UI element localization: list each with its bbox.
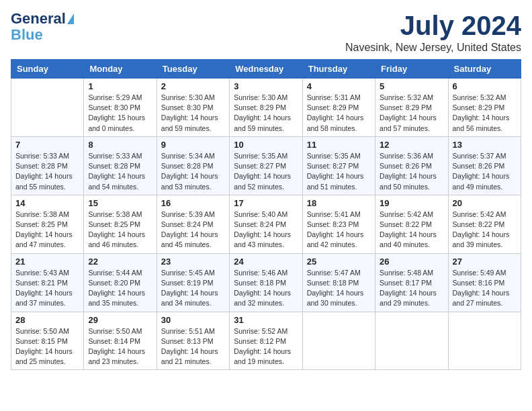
calendar-cell: 30Sunrise: 5:51 AM Sunset: 8:13 PM Dayli…	[157, 312, 229, 370]
calendar-cell: 24Sunrise: 5:46 AM Sunset: 8:18 PM Dayli…	[230, 253, 302, 312]
calendar-cell: 18Sunrise: 5:41 AM Sunset: 8:23 PM Dayli…	[302, 195, 375, 253]
day-info: Sunrise: 5:31 AM Sunset: 8:29 PM Dayligh…	[307, 93, 371, 134]
day-number: 26	[380, 257, 443, 267]
calendar-cell: 20Sunrise: 5:42 AM Sunset: 8:22 PM Dayli…	[448, 195, 521, 253]
day-number: 25	[307, 257, 371, 267]
calendar-week-row: 7Sunrise: 5:33 AM Sunset: 8:28 PM Daylig…	[11, 136, 521, 195]
day-number: 4	[307, 81, 371, 91]
day-info: Sunrise: 5:44 AM Sunset: 8:20 PM Dayligh…	[88, 268, 152, 309]
day-number: 22	[88, 257, 152, 267]
calendar-header-row: SundayMondayTuesdayWednesdayThursdayFrid…	[11, 60, 521, 79]
day-info: Sunrise: 5:38 AM Sunset: 8:25 PM Dayligh…	[88, 210, 152, 250]
calendar-cell: 15Sunrise: 5:38 AM Sunset: 8:25 PM Dayli…	[84, 195, 157, 253]
logo: General Blue	[11, 11, 74, 43]
day-info: Sunrise: 5:37 AM Sunset: 8:26 PM Dayligh…	[453, 151, 517, 192]
calendar-cell: 14Sunrise: 5:38 AM Sunset: 8:25 PM Dayli…	[11, 195, 84, 253]
day-info: Sunrise: 5:47 AM Sunset: 8:18 PM Dayligh…	[307, 268, 371, 309]
calendar-cell: 3Sunrise: 5:30 AM Sunset: 8:29 PM Daylig…	[230, 79, 302, 137]
calendar-cell: 29Sunrise: 5:50 AM Sunset: 8:14 PM Dayli…	[84, 312, 157, 370]
day-number: 9	[161, 140, 225, 150]
calendar-header-cell: Saturday	[448, 60, 521, 79]
calendar-cell: 22Sunrise: 5:44 AM Sunset: 8:20 PM Dayli…	[84, 253, 157, 312]
day-number: 20	[453, 198, 517, 208]
day-info: Sunrise: 5:49 AM Sunset: 8:16 PM Dayligh…	[453, 268, 517, 309]
day-info: Sunrise: 5:33 AM Sunset: 8:28 PM Dayligh…	[15, 151, 79, 192]
day-info: Sunrise: 5:41 AM Sunset: 8:23 PM Dayligh…	[307, 210, 371, 250]
calendar-header-cell: Tuesday	[157, 60, 229, 79]
day-number: 8	[88, 140, 152, 150]
logo-triangle-icon	[67, 13, 74, 24]
calendar-cell: 16Sunrise: 5:39 AM Sunset: 8:24 PM Dayli…	[157, 195, 229, 253]
calendar-table: SundayMondayTuesdayWednesdayThursdayFrid…	[11, 59, 521, 370]
calendar-cell: 7Sunrise: 5:33 AM Sunset: 8:28 PM Daylig…	[11, 136, 84, 195]
day-number: 23	[161, 257, 225, 267]
day-number: 2	[161, 81, 225, 91]
day-number: 29	[88, 315, 152, 325]
day-info: Sunrise: 5:42 AM Sunset: 8:22 PM Dayligh…	[453, 210, 517, 250]
page-header: General Blue July 2024 Navesink, New Jer…	[11, 11, 521, 54]
calendar-cell	[302, 312, 375, 370]
calendar-header-cell: Thursday	[302, 60, 375, 79]
calendar-cell: 12Sunrise: 5:36 AM Sunset: 8:26 PM Dayli…	[375, 136, 448, 195]
day-number: 7	[15, 140, 79, 150]
day-info: Sunrise: 5:30 AM Sunset: 8:30 PM Dayligh…	[161, 93, 225, 134]
calendar-header-cell: Wednesday	[230, 60, 302, 79]
day-info: Sunrise: 5:30 AM Sunset: 8:29 PM Dayligh…	[234, 93, 298, 134]
day-info: Sunrise: 5:36 AM Sunset: 8:26 PM Dayligh…	[380, 151, 443, 192]
day-number: 17	[234, 198, 298, 208]
day-info: Sunrise: 5:32 AM Sunset: 8:29 PM Dayligh…	[453, 93, 517, 134]
day-info: Sunrise: 5:39 AM Sunset: 8:24 PM Dayligh…	[161, 210, 225, 250]
calendar-cell: 5Sunrise: 5:32 AM Sunset: 8:29 PM Daylig…	[375, 79, 448, 137]
day-number: 10	[234, 140, 298, 150]
day-number: 11	[307, 140, 371, 150]
day-number: 16	[161, 198, 225, 208]
day-info: Sunrise: 5:50 AM Sunset: 8:15 PM Dayligh…	[15, 326, 79, 367]
calendar-cell: 23Sunrise: 5:45 AM Sunset: 8:19 PM Dayli…	[157, 253, 229, 312]
calendar-cell	[11, 79, 84, 137]
day-info: Sunrise: 5:32 AM Sunset: 8:29 PM Dayligh…	[380, 93, 443, 134]
calendar-week-row: 21Sunrise: 5:43 AM Sunset: 8:21 PM Dayli…	[11, 253, 521, 312]
calendar-header-cell: Monday	[84, 60, 157, 79]
day-info: Sunrise: 5:51 AM Sunset: 8:13 PM Dayligh…	[161, 326, 225, 367]
calendar-cell	[375, 312, 448, 370]
calendar-cell: 27Sunrise: 5:49 AM Sunset: 8:16 PM Dayli…	[448, 253, 521, 312]
calendar-cell: 2Sunrise: 5:30 AM Sunset: 8:30 PM Daylig…	[157, 79, 229, 137]
calendar-cell: 6Sunrise: 5:32 AM Sunset: 8:29 PM Daylig…	[448, 79, 521, 137]
day-number: 18	[307, 198, 371, 208]
day-number: 1	[88, 81, 152, 91]
day-number: 24	[234, 257, 298, 267]
day-info: Sunrise: 5:43 AM Sunset: 8:21 PM Dayligh…	[15, 268, 79, 309]
day-info: Sunrise: 5:52 AM Sunset: 8:12 PM Dayligh…	[234, 326, 298, 367]
logo-blue: Blue	[11, 27, 43, 43]
calendar-cell: 8Sunrise: 5:33 AM Sunset: 8:28 PM Daylig…	[84, 136, 157, 195]
calendar-week-row: 14Sunrise: 5:38 AM Sunset: 8:25 PM Dayli…	[11, 195, 521, 253]
calendar-week-row: 1Sunrise: 5:29 AM Sunset: 8:30 PM Daylig…	[11, 79, 521, 137]
day-number: 3	[234, 81, 298, 91]
day-number: 28	[15, 315, 79, 325]
day-number: 14	[15, 198, 79, 208]
day-number: 27	[453, 257, 517, 267]
calendar-body: 1Sunrise: 5:29 AM Sunset: 8:30 PM Daylig…	[11, 79, 521, 370]
calendar-cell: 17Sunrise: 5:40 AM Sunset: 8:24 PM Dayli…	[230, 195, 302, 253]
day-info: Sunrise: 5:35 AM Sunset: 8:27 PM Dayligh…	[307, 151, 371, 192]
day-number: 19	[380, 198, 443, 208]
day-number: 30	[161, 315, 225, 325]
day-info: Sunrise: 5:29 AM Sunset: 8:30 PM Dayligh…	[88, 93, 152, 134]
day-info: Sunrise: 5:38 AM Sunset: 8:25 PM Dayligh…	[15, 210, 79, 250]
calendar-cell: 10Sunrise: 5:35 AM Sunset: 8:27 PM Dayli…	[230, 136, 302, 195]
day-number: 12	[380, 140, 443, 150]
day-number: 31	[234, 315, 298, 325]
calendar-cell	[448, 312, 521, 370]
day-number: 21	[15, 257, 79, 267]
calendar-cell: 25Sunrise: 5:47 AM Sunset: 8:18 PM Dayli…	[302, 253, 375, 312]
logo-general: General	[11, 11, 66, 27]
location: Navesink, New Jersey, United States	[345, 42, 521, 54]
day-number: 5	[380, 81, 443, 91]
day-info: Sunrise: 5:42 AM Sunset: 8:22 PM Dayligh…	[380, 210, 443, 250]
day-info: Sunrise: 5:34 AM Sunset: 8:28 PM Dayligh…	[161, 151, 225, 192]
calendar-cell: 4Sunrise: 5:31 AM Sunset: 8:29 PM Daylig…	[302, 79, 375, 137]
calendar-header-cell: Sunday	[11, 60, 84, 79]
calendar-cell: 31Sunrise: 5:52 AM Sunset: 8:12 PM Dayli…	[230, 312, 302, 370]
day-info: Sunrise: 5:45 AM Sunset: 8:19 PM Dayligh…	[161, 268, 225, 309]
day-number: 6	[453, 81, 517, 91]
